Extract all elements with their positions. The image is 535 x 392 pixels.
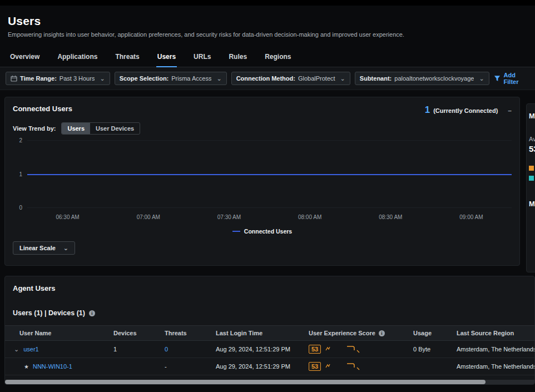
legend-orange-swatch	[529, 166, 534, 171]
side-panel-legend	[529, 166, 535, 181]
top-strip	[0, 0, 535, 6]
scope-selection-filter[interactable]: Scope Selection: Prisma Access ⌄	[115, 72, 227, 85]
calendar-icon	[11, 75, 17, 82]
view-trend-row: View Trend by: Users User Devices	[13, 122, 512, 135]
favorite-star-icon[interactable]: ★	[24, 364, 29, 370]
usage-value	[408, 358, 451, 375]
side-panel-title-fragment: M	[529, 112, 535, 120]
x-tick: 08:30 AM	[350, 214, 431, 220]
col-usage[interactable]: Usage	[408, 326, 451, 341]
trend-toggle-group: Users User Devices	[61, 122, 140, 135]
right-panel-clipped: M Av 53 M	[526, 103, 535, 272]
agent-users-summary: Users (1) | Devices (1) i	[5, 309, 534, 317]
chart-y-axis: 2 1 0	[13, 140, 27, 207]
time-range-label: Time Range:	[20, 75, 57, 82]
tab-overview[interactable]: Overview	[9, 47, 41, 67]
tab-threats[interactable]: Threats	[114, 47, 140, 67]
connected-users-card: Connected Users 1 (Currently Connected) …	[4, 97, 520, 266]
tab-regions[interactable]: Regions	[264, 47, 292, 67]
user-link[interactable]: user1	[23, 346, 39, 353]
score-spark-icon	[325, 346, 331, 353]
x-tick: 07:00 AM	[108, 214, 189, 220]
toggle-users[interactable]: Users	[62, 123, 90, 134]
view-trend-label: View Trend by:	[13, 125, 56, 132]
connected-users-header: Connected Users 1 (Currently Connected) …	[13, 105, 512, 116]
y-tick: 2	[19, 137, 22, 143]
connection-value: GlobalProtect	[298, 75, 335, 82]
legend-line-swatch	[232, 231, 240, 232]
subtenant-value: paloaltonetworksclockvoyage	[394, 75, 474, 82]
linear-scale-dropdown[interactable]: Linear Scale ⌄	[13, 241, 75, 255]
x-tick: 06:30 AM	[27, 214, 108, 220]
trend-line	[27, 174, 512, 175]
subtenant-filter[interactable]: Subtenant: paloaltonetworksclockvoyage ⌄	[355, 72, 489, 85]
table-header-row: User Name Devices Threats Last Login Tim…	[5, 326, 535, 341]
time-range-filter[interactable]: Time Range: Past 3 Hours ⌄	[6, 72, 110, 85]
legend-teal-swatch	[529, 176, 534, 181]
col-user-name[interactable]: User Name	[5, 326, 108, 341]
row-expand-caret[interactable]: ⌄	[14, 346, 19, 353]
threats-value: -	[159, 358, 210, 375]
connected-users-chart: 2 1 0	[13, 140, 512, 207]
page-header: Users Empowering insights into user beha…	[0, 6, 535, 38]
info-icon[interactable]: i	[89, 310, 95, 316]
connection-method-filter[interactable]: Connection Method: GlobalProtect ⌄	[231, 72, 350, 85]
agent-users-card: Agent Users Users (1) | Devices (1) i Us…	[4, 276, 535, 385]
tab-urls[interactable]: URLs	[192, 47, 212, 67]
chart-x-axis: 06:30 AM 07:00 AM 07:30 AM 08:00 AM 08:3…	[27, 214, 512, 220]
chart-plot-area	[27, 140, 512, 207]
tab-bar: Overview Applications Threats Users URLs…	[0, 47, 535, 67]
connected-count-label: (Currently Connected)	[433, 107, 498, 114]
col-score[interactable]: User Experience Score i	[303, 326, 408, 341]
devices-value: 1	[108, 341, 159, 358]
time-range-value: Past 3 Hours	[60, 75, 95, 82]
device-link[interactable]: NNN-WIN10-1	[33, 363, 72, 370]
experience-score-badge[interactable]: 53	[309, 362, 321, 371]
gridline	[27, 207, 512, 208]
info-icon[interactable]: i	[379, 330, 385, 336]
collapse-icon[interactable]: –	[508, 107, 512, 115]
table-row-device: ★NNN-WIN10-1 - Aug 29, 2024, 12:51:29 PM…	[5, 358, 535, 375]
trend-sparkline-icon[interactable]	[346, 344, 361, 354]
scope-value: Prisma Access	[171, 75, 211, 82]
connection-label: Connection Method:	[236, 75, 295, 82]
main-content: Connected Users 1 (Currently Connected) …	[0, 90, 535, 385]
legend-label: Connected Users	[244, 228, 292, 235]
horizontal-scrollbar-thumb[interactable]	[5, 380, 486, 384]
last-login-value: Aug 29, 2024, 12:51:29 PM	[210, 358, 303, 375]
subtenant-label: Subtenant:	[360, 75, 392, 82]
col-devices[interactable]: Devices	[108, 326, 159, 341]
y-tick: 1	[19, 171, 22, 177]
side-panel-section-fragment: M	[529, 200, 535, 208]
y-tick: 0	[19, 205, 22, 211]
agent-users-table: User Name Devices Threats Last Login Tim…	[5, 325, 535, 375]
col-last-login[interactable]: Last Login Time	[210, 326, 303, 341]
col-threats[interactable]: Threats	[159, 326, 210, 341]
chart-legend: Connected Users	[13, 228, 512, 235]
tab-users[interactable]: Users	[156, 47, 177, 67]
experience-score-badge[interactable]: 53	[309, 345, 321, 354]
col-region[interactable]: Last Source Region	[451, 326, 535, 341]
chevron-down-icon: ⌄	[216, 76, 221, 81]
chevron-down-icon: ⌄	[100, 76, 105, 81]
score-spark-icon	[325, 363, 331, 370]
chevron-down-icon: ⌄	[340, 76, 345, 81]
tab-applications[interactable]: Applications	[56, 47, 98, 67]
gridline	[27, 140, 512, 141]
trend-sparkline-icon[interactable]	[346, 361, 361, 371]
region-value: Amsterdam, The Netherlands	[451, 358, 535, 375]
tab-rules[interactable]: Rules	[227, 47, 248, 67]
scope-label: Scope Selection:	[120, 75, 169, 82]
col-score-label: User Experience Score	[309, 330, 375, 336]
connected-count-group: 1 (Currently Connected) –	[425, 105, 512, 116]
filter-bar: Time Range: Past 3 Hours ⌄ Scope Selecti…	[0, 67, 535, 90]
region-value: Amsterdam, The Netherlands	[451, 341, 535, 358]
threats-link[interactable]: 0	[165, 346, 168, 353]
add-filter-button[interactable]: Add Filter	[494, 72, 519, 85]
filter-funnel-icon	[494, 75, 501, 82]
toggle-user-devices[interactable]: User Devices	[90, 123, 140, 134]
page-title: Users	[8, 14, 527, 28]
side-avg-value: 53	[529, 144, 535, 153]
x-tick: 09:00 AM	[431, 214, 512, 220]
chevron-down-icon: ⌄	[63, 246, 68, 250]
